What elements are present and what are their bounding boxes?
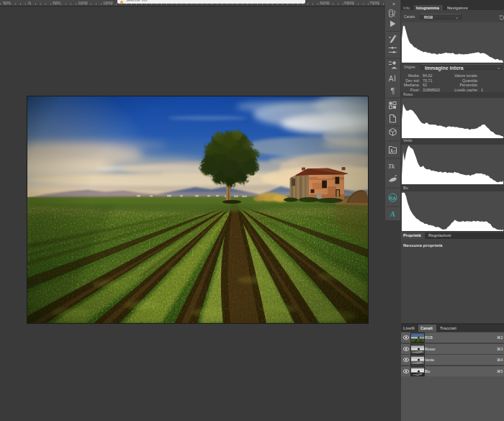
svg-text:A: A [390,209,395,218]
svg-text:A: A [389,75,394,83]
svg-text:¶: ¶ [391,86,395,95]
svg-text:«: « [392,1,395,6]
svg-text:Tk: Tk [388,163,395,170]
svg-text:RA: RA [390,196,397,201]
